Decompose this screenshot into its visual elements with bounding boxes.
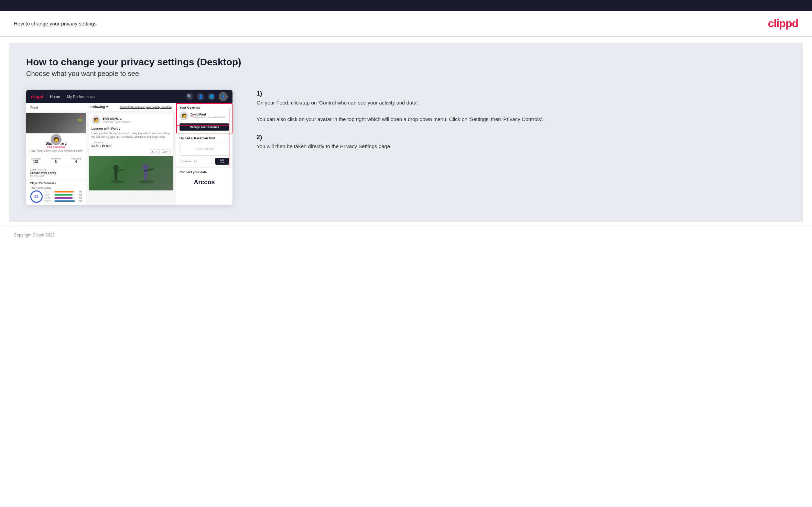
followers-value: 3 [51, 160, 61, 164]
post-tags: OTT APP [89, 150, 173, 156]
manage-coaches-button[interactable]: Manage Your Coaches [180, 123, 229, 131]
quality-bar-fill [54, 194, 73, 196]
coach-info: David Ford 📍 Royal North Devon Golf Club [191, 113, 225, 119]
quality-bar-row: PUTT 96 [45, 200, 82, 202]
svg-point-2 [113, 165, 119, 170]
instruction-1-text: On your Feed, click/tap on 'Control who … [257, 99, 786, 123]
post-header: 🧑 Blair McHarg Yesterday · Sunningdale [89, 113, 173, 126]
activities-value: 131 [31, 160, 41, 164]
trackman-title: Upload a Trackman Test [180, 136, 229, 140]
quality-row: 92 OTT 90 APP 85 ARG [30, 190, 82, 203]
coach-avatar: 🧑 [180, 111, 188, 120]
quality-bar-row: OTT 90 [45, 190, 82, 193]
quality-bar-track [54, 197, 76, 199]
post-description: Looking to feel like my hands are exitin… [89, 132, 173, 141]
svg-point-0 [110, 180, 124, 184]
nav-my-performance[interactable]: My Performance [67, 95, 95, 99]
add-link-button[interactable]: Add Link [215, 158, 229, 165]
profile-stats: Activities 131 Followers 3 Following 4 [26, 155, 86, 166]
avatar-button[interactable]: 👤 [219, 92, 228, 101]
followers-label: Followers [51, 157, 61, 160]
quality-bar-label: APP [45, 194, 53, 196]
mock-app: clippd Home My Performance 🔍 👤 🌐 👤 Feed [26, 90, 232, 205]
post-user-location: Yesterday · Sunningdale [102, 120, 130, 123]
site-header: How to change your privacy settings clip… [0, 11, 812, 37]
profile-avatar: 🧑 [50, 133, 62, 146]
post-tag-app: APP [161, 150, 171, 154]
main-content: How to change your privacy settings (Des… [9, 43, 803, 222]
trackman-link-text: Trackman Link [194, 147, 215, 151]
app-right: Your Coaches 🧑 David Ford 📍 Royal North … [176, 103, 232, 205]
post-image-svg [97, 159, 165, 187]
quality-bar-row: APP 85 [45, 194, 82, 196]
latest-activity-name: Lesson with Fordy [30, 171, 82, 175]
latest-activity-date: 03 Aug 2022 [30, 175, 82, 177]
nav-home[interactable]: Home [50, 95, 60, 99]
instruction-1-number: 1) [257, 90, 262, 97]
following-value: 4 [71, 160, 81, 164]
globe-icon[interactable]: 🌐 [208, 93, 215, 100]
feed-header: Following ▾ Control who can see your act… [86, 103, 176, 111]
person-icon[interactable]: 👤 [197, 93, 204, 100]
trackman-input[interactable] [180, 159, 214, 164]
quality-bars: OTT 90 APP 85 ARG 86 PUTT [45, 190, 82, 203]
svg-point-6 [142, 164, 149, 170]
quality-bar-track [54, 200, 76, 202]
player-performance: Player Performance Total Player Quality … [26, 179, 86, 205]
page-title: How to change your privacy settings [14, 21, 97, 26]
profile-club: Royal North Devon Golf Club, United King… [29, 149, 83, 152]
page-heading: How to change your privacy settings (Des… [26, 57, 786, 68]
svg-point-4 [139, 180, 154, 184]
top-bar [0, 0, 812, 11]
search-icon[interactable]: 🔍 [186, 93, 193, 100]
instructions-panel: 1) On your Feed, click/tap on 'Control w… [246, 90, 786, 161]
quality-bar-track [54, 194, 76, 196]
coach-club: 📍 Royal North Devon Golf Club [191, 116, 225, 119]
copyright: Copyright Clippd 2022 [14, 233, 55, 238]
connect-section: Connect your data Arccos [176, 168, 232, 191]
trackman-link-box: Trackman Link [180, 142, 229, 156]
connect-title: Connect your data [180, 170, 229, 174]
activities-stat: Activities 131 [31, 157, 41, 164]
app-nav-icons: 🔍 👤 🌐 👤 [186, 92, 228, 101]
app-main: Following ▾ Control who can see your act… [86, 103, 176, 205]
screenshot-wrapper: clippd Home My Performance 🔍 👤 🌐 👤 Feed [26, 90, 232, 205]
following-button[interactable]: Following ▾ [90, 105, 108, 109]
player-performance-label: Player Performance [30, 181, 82, 185]
total-quality-label: Total Player Quality [30, 187, 82, 189]
clippd-logo: clippd [768, 17, 798, 30]
instruction-2: 2) You will then be taken directly to th… [257, 134, 786, 151]
control-privacy-link[interactable]: Control who can see your activity and da… [120, 106, 172, 109]
latest-activity-label: Latest Activity [30, 168, 82, 171]
post-title: Lesson with Fordy [89, 126, 173, 132]
app-body: Feed 🧑 Blair McHarg Plus Handicap Royal … [26, 103, 232, 205]
page-subheading: Choose what you want people to see [26, 70, 786, 78]
instruction-2-number: 2) [257, 134, 262, 141]
app-logo: clippd [31, 94, 43, 99]
post-duration-value: 01 hr : 30 min [91, 144, 111, 147]
instruction-2-text: You will then be taken directly to the P… [257, 142, 786, 151]
quality-bar-label: OTT [45, 190, 53, 193]
trackman-section: Upload a Trackman Test Trackman Link Add… [176, 134, 232, 168]
instruction-1: 1) On your Feed, click/tap on 'Control w… [257, 90, 786, 123]
post-user-name: Blair McHarg [102, 117, 130, 120]
feed-tab[interactable]: Feed [26, 103, 86, 113]
quality-circle: 92 [30, 190, 43, 203]
coaches-section: Your Coaches 🧑 David Ford 📍 Royal North … [176, 103, 232, 134]
coaches-title: Your Coaches [180, 106, 229, 109]
quality-bar-row: ARG 86 [45, 197, 82, 199]
coach-name: David Ford [191, 113, 225, 116]
quality-bar-value: 85 [77, 194, 82, 196]
following-label: Following [71, 157, 81, 160]
coach-item: 🧑 David Ford 📍 Royal North Devon Golf Cl… [180, 111, 229, 120]
arccos-logo: Arccos [180, 176, 229, 189]
post-card: 🧑 Blair McHarg Yesterday · Sunningdale L… [88, 113, 174, 191]
activities-label: Activities [31, 157, 41, 160]
app-nav: clippd Home My Performance 🔍 👤 🌐 👤 [26, 90, 232, 103]
post-avatar: 🧑 [91, 115, 100, 124]
quality-bar-fill [54, 191, 74, 192]
post-user-info: Blair McHarg Yesterday · Sunningdale [102, 117, 130, 123]
post-duration: Duration 01 hr : 30 min [89, 141, 173, 150]
app-sidebar: Feed 🧑 Blair McHarg Plus Handicap Royal … [26, 103, 86, 205]
post-tag-ott: OTT [150, 150, 160, 154]
